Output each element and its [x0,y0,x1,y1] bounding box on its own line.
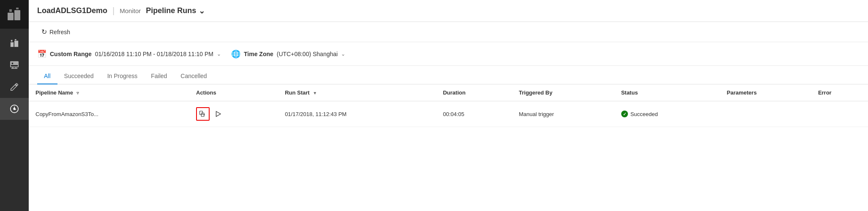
sidebar-item-monitor[interactable] [0,54,29,76]
svg-rect-4 [11,42,14,47]
tab-succeeded[interactable]: Succeeded [57,68,101,84]
svg-rect-0 [8,13,14,20]
pipeline-runs-label: Pipeline Runs [146,6,196,15]
app-logo [0,0,29,29]
tab-all[interactable]: All [37,68,57,84]
svg-rect-2 [9,9,12,12]
svg-rect-9 [11,62,14,65]
globe-icon: 🌐 [231,49,240,59]
tab-cancelled[interactable]: Cancelled [174,68,213,84]
col-status: Status [614,84,720,101]
success-icon [621,111,628,117]
timezone-filter[interactable]: 🌐 Time Zone (UTC+08:00) Shanghai ⌄ [231,49,345,59]
refresh-label: Refresh [49,29,70,35]
col-run-start: Run Start ▼ [278,84,436,101]
tabs-bar: All Succeeded In Progress Failed Cancell… [29,66,868,84]
custom-range-label: Custom Range [50,51,92,57]
monitor-activity-button[interactable] [196,107,210,121]
cell-triggered-by: Manual trigger [512,101,614,127]
svg-rect-10 [14,62,17,63]
timezone-label: Time Zone [244,51,273,57]
pipeline-runs-chevron: ⌄ [199,6,205,16]
filter-bar: 📅 Custom Range 01/16/2018 11:10 PM - 01/… [29,42,868,66]
col-duration: Duration [436,84,512,101]
cell-pipeline-name: CopyFromAmazonS3To... [29,101,189,127]
pipeline-runs-table: Pipeline Name ▿ Actions Run Start ▼ Dura… [29,84,868,211]
toolbar: ↻ Refresh [29,22,868,42]
tab-failed[interactable]: Failed [144,68,174,84]
main-content: LoadADLSG1Demo | Monitor Pipeline Runs ⌄… [29,0,868,211]
svg-rect-6 [11,40,13,42]
timezone-chevron: ⌄ [341,51,345,57]
calendar-icon: 📅 [37,49,46,59]
status-success-indicator: Succeeded [621,111,713,117]
cell-parameters [720,101,811,127]
cell-actions [189,101,278,127]
custom-range-filter[interactable]: 📅 Custom Range 01/16/2018 11:10 PM - 01/… [37,49,221,59]
breadcrumb-separator: | [112,6,115,16]
rerun-button[interactable] [211,107,225,121]
refresh-button[interactable]: ↻ Refresh [37,25,74,38]
run-start-sort-icon[interactable]: ▼ [313,91,317,95]
cell-run-start: 01/17/2018, 11:12:43 PM [278,101,436,127]
refresh-icon: ↻ [41,28,47,36]
svg-marker-21 [216,111,221,116]
sidebar-item-dashboard[interactable] [0,98,29,120]
svg-rect-7 [15,39,16,41]
col-pipeline-name: Pipeline Name ▿ [29,84,189,101]
col-error: Error [811,84,868,101]
action-buttons [196,107,271,121]
svg-rect-5 [14,41,18,47]
header: LoadADLSG1Demo | Monitor Pipeline Runs ⌄ [29,0,868,22]
timezone-value: (UTC+08:00) Shanghai [277,51,338,57]
custom-range-value: 01/16/2018 11:10 PM - 01/18/2018 11:10 P… [95,51,213,57]
col-triggered-by: Triggered By [512,84,614,101]
status-text: Succeeded [631,111,658,117]
app-title: LoadADLSG1Demo [37,6,107,15]
sidebar-item-factory[interactable] [0,32,29,54]
cell-status: Succeeded [614,101,720,127]
svg-rect-11 [14,64,17,65]
svg-rect-3 [16,8,19,9]
pipeline-name-filter-icon[interactable]: ▿ [76,90,79,95]
sidebar [0,0,29,211]
table-header-row: Pipeline Name ▿ Actions Run Start ▼ Dura… [29,84,868,101]
tab-in-progress[interactable]: In Progress [101,68,145,84]
sidebar-item-edit[interactable] [0,76,29,98]
table-row: CopyFromAmazonS3To... [29,101,868,127]
cell-error [811,101,868,127]
col-parameters: Parameters [720,84,811,101]
col-actions: Actions [189,84,278,101]
cell-duration: 00:04:05 [436,101,512,127]
custom-range-chevron: ⌄ [217,51,221,57]
breadcrumb-monitor: Monitor [120,7,141,14]
svg-point-16 [14,108,15,110]
pipeline-runs-breadcrumb[interactable]: Pipeline Runs ⌄ [146,6,205,16]
svg-rect-1 [14,10,20,20]
